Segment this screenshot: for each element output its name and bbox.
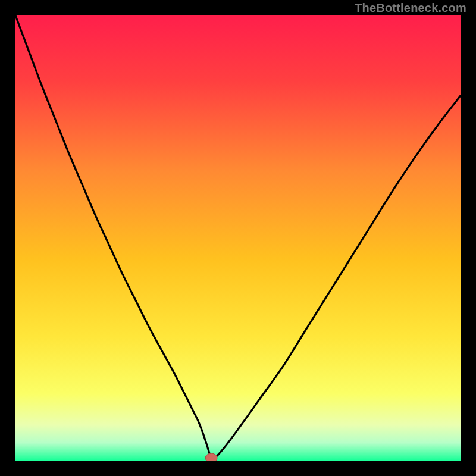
chart-svg [15, 15, 461, 461]
chart-stage: TheBottleneck.com [0, 0, 476, 476]
frame-top [0, 0, 476, 15]
plot-area [15, 15, 461, 461]
frame-bottom [0, 461, 476, 476]
frame-left [0, 0, 15, 476]
optimal-point-marker [205, 453, 217, 461]
frame-right [461, 0, 476, 476]
gradient-background [15, 15, 461, 461]
